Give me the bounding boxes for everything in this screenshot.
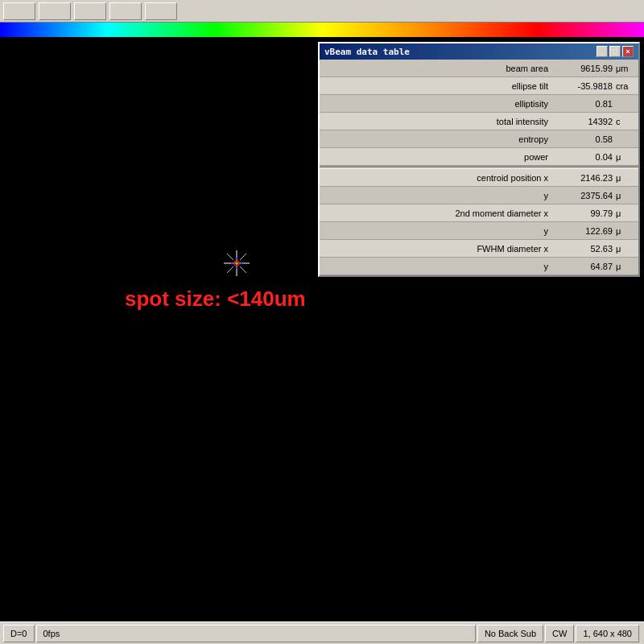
color-bar bbox=[0, 23, 644, 37]
table-row: 2nd moment diameter x 99.79 μ bbox=[320, 204, 638, 222]
table-row: elliptisity 0.81 bbox=[320, 95, 638, 113]
status-d-value: D=0 bbox=[3, 625, 35, 642]
data-table-content: beam area 9615.99 μm ellipse tilt -35.98… bbox=[320, 60, 638, 275]
svg-point-3 bbox=[236, 262, 238, 265]
app-window: spot size: <140um bbox=[0, 0, 644, 644]
table-row: ellipse tilt -35.9818 cra bbox=[320, 77, 638, 95]
toolbar-btn-5[interactable] bbox=[145, 2, 177, 20]
data-table-title: vBeam data table bbox=[324, 47, 410, 57]
table-row: entropy 0.58 bbox=[320, 130, 638, 148]
data-table-window: vBeam data table _ □ × beam area 9615.99… bbox=[318, 42, 640, 277]
table-row: y 122.69 μ bbox=[320, 222, 638, 240]
status-bar: D=0 0fps No Back Sub CW 1, 640 x 480 bbox=[0, 621, 644, 644]
svg-line-4 bbox=[227, 254, 233, 260]
table-row: beam area 9615.99 μm bbox=[320, 60, 638, 77]
spot-label: spot size: <140um bbox=[125, 287, 306, 312]
window-buttons: _ □ × bbox=[597, 46, 634, 57]
toolbar bbox=[0, 0, 644, 23]
status-resolution: 1, 640 x 480 bbox=[576, 625, 639, 642]
table-row: y 64.87 μ bbox=[320, 258, 638, 275]
svg-line-6 bbox=[227, 266, 233, 273]
toolbar-btn-3[interactable] bbox=[74, 2, 106, 20]
crosshair-marker bbox=[224, 250, 248, 275]
toolbar-btn-1[interactable] bbox=[3, 2, 35, 20]
close-button[interactable]: × bbox=[622, 46, 634, 57]
toolbar-btn-2[interactable] bbox=[39, 2, 71, 20]
status-back-sub[interactable]: No Back Sub bbox=[477, 625, 543, 642]
minimize-button[interactable]: _ bbox=[597, 46, 608, 57]
canvas-area: spot size: <140um bbox=[0, 37, 644, 621]
table-row: total intensity 14392 c bbox=[320, 113, 638, 130]
status-fps: 0fps bbox=[36, 625, 476, 642]
toolbar-btn-4[interactable] bbox=[109, 2, 142, 20]
status-mode: CW bbox=[545, 625, 574, 642]
table-row: centroid position x 2146.23 μ bbox=[320, 169, 638, 187]
svg-line-7 bbox=[240, 266, 246, 273]
table-row: FWHM diameter x 52.63 μ bbox=[320, 240, 638, 258]
table-row: power 0.04 μ bbox=[320, 148, 638, 166]
data-table-titlebar: vBeam data table _ □ × bbox=[320, 43, 638, 60]
maximize-button[interactable]: □ bbox=[609, 46, 621, 57]
svg-line-5 bbox=[240, 254, 246, 260]
table-row: y 2375.64 μ bbox=[320, 187, 638, 204]
